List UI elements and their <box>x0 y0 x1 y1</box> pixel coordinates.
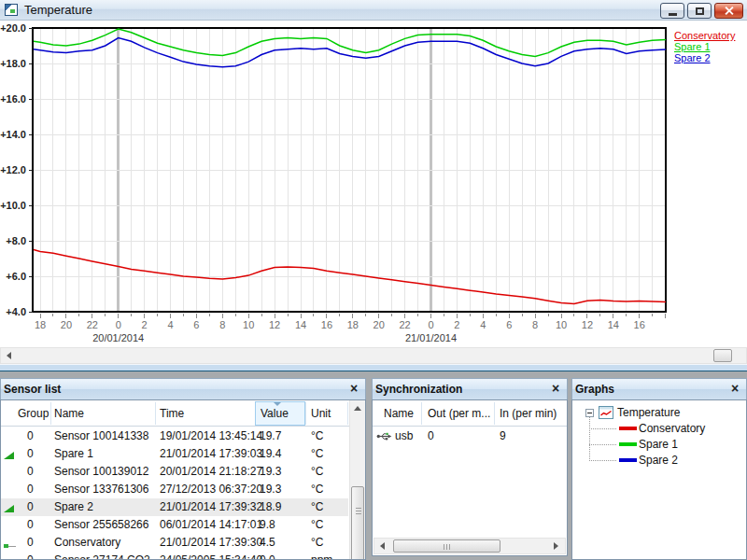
column-header-group[interactable]: Group <box>18 407 49 420</box>
scroll-left-button[interactable] <box>375 539 391 553</box>
legend-item-conservatory[interactable]: Conservatory <box>674 30 735 41</box>
arrow-up-icon <box>354 406 361 411</box>
signal-weak-icon <box>4 544 8 548</box>
tree-node-spare-1[interactable]: Spare 1 <box>572 437 746 453</box>
cell-time: 24/05/2005 15:34:40 <box>160 553 262 560</box>
series-color-swatch <box>619 427 637 430</box>
y-axis-label: +8.0 <box>6 235 26 246</box>
sync-out-cell: 0 <box>428 429 434 442</box>
sensor-row-sensor-100139012[interactable]: 0Sensor 10013901220/01/2014 21:18:2719.3… <box>1 463 348 481</box>
sensor-row-sensor-100141338[interactable]: 0Sensor 10014133819/01/2014 13:45:1419.7… <box>1 427 348 445</box>
x-axis-label: 14 <box>608 319 619 330</box>
cell-time: 06/01/2014 14:17:01 <box>160 518 262 531</box>
column-separator[interactable] <box>155 402 156 425</box>
close-button[interactable] <box>714 3 743 19</box>
cell-value: 19.3 <box>260 465 281 478</box>
cell-unit: °C <box>311 447 323 460</box>
sync-row-usb[interactable]: usb 0 9 <box>373 427 567 445</box>
chart-horizontal-scrollbar[interactable] <box>0 347 747 364</box>
sensor-row-spare-2[interactable]: 0Spare 221/01/2014 17:39:3218.9°C <box>1 498 348 516</box>
cell-group: 0 <box>27 500 34 513</box>
temperature-chart: +20.0+18.0+16.0+14.0+12.0+10.0+8.0+6.0+4… <box>0 21 747 347</box>
column-header-value[interactable]: Value <box>261 407 289 420</box>
x-axis-label: 12 <box>582 319 593 330</box>
x-axis-label: 2 <box>142 319 148 330</box>
graphs-header[interactable]: Graphs × <box>571 378 747 399</box>
sensor-scrollbar-thumb[interactable] <box>351 486 364 560</box>
sensor-row-spare-1[interactable]: 0Spare 121/01/2014 17:39:0319.4°C <box>1 445 348 463</box>
series-color-swatch <box>619 458 637 462</box>
scroll-left-button[interactable] <box>2 348 18 363</box>
sensor-row-conservatory[interactable]: 0Conservatory21/01/2014 17:39:304.5°C <box>1 534 348 552</box>
sensor-row-sensor-133761306[interactable]: 0Sensor 13376130627/12/2013 06:37:2019.3… <box>1 481 348 498</box>
column-separator[interactable] <box>494 402 495 425</box>
cell-group: 0 <box>27 483 34 496</box>
window-titlebar[interactable]: Temperature <box>0 0 747 21</box>
column-header-out[interactable]: Out (per m... <box>428 407 490 420</box>
tree-node-conservatory[interactable]: Conservatory <box>572 421 746 437</box>
sensor-list-close-icon[interactable]: × <box>347 381 360 396</box>
graphs-panel: Graphs × Temperature ConservatorySpare 1… <box>571 378 747 560</box>
column-header-time[interactable]: Time <box>160 407 184 420</box>
sync-scrollbar-thumb[interactable] <box>393 539 500 553</box>
sensor-row-sensor-27174-co2[interactable]: 0Sensor 27174 CO224/05/2005 15:34:400.0p… <box>1 552 348 560</box>
sensor-list-header[interactable]: Sensor list × <box>0 378 366 399</box>
tree-root-label[interactable]: Temperature <box>617 406 680 419</box>
scroll-up-button[interactable] <box>350 401 366 416</box>
cell-value: 0.0 <box>260 553 275 560</box>
window-title: Temperature <box>24 3 92 17</box>
tree-node-temperature[interactable]: Temperature <box>572 405 746 421</box>
tree-child-label[interactable]: Spare 2 <box>639 454 678 467</box>
maximize-icon <box>696 7 704 15</box>
sort-descending-icon <box>274 402 281 406</box>
sensor-list-body: Group Name Time Value Unit 0Sensor 10014… <box>0 399 366 560</box>
x-axis-label: 0 <box>428 319 433 330</box>
column-separator[interactable] <box>421 402 422 425</box>
sensor-list-vertical-scrollbar[interactable] <box>349 400 365 559</box>
horizontal-splitter[interactable] <box>0 364 747 371</box>
tree-child-label[interactable]: Spare 1 <box>639 438 678 451</box>
tree-node-spare-2[interactable]: Spare 2 <box>572 453 746 469</box>
series-color-swatch <box>619 442 637 446</box>
column-header-name[interactable]: Name <box>54 407 84 420</box>
cell-group: 0 <box>27 465 34 478</box>
synchronization-title: Synchronization <box>375 383 462 396</box>
x-axis-label: 8 <box>532 319 538 330</box>
scroll-right-button[interactable] <box>548 539 564 553</box>
cell-name: Sensor 255658266 <box>54 518 148 531</box>
tree-child-label[interactable]: Conservatory <box>639 422 705 435</box>
cell-group: 0 <box>27 518 34 531</box>
column-separator[interactable] <box>50 402 51 425</box>
x-axis-label: 6 <box>193 319 199 330</box>
column-separator[interactable] <box>347 402 348 425</box>
cell-time: 21/01/2014 17:39:30 <box>160 536 262 549</box>
cell-value: 19.4 <box>260 447 281 460</box>
y-axis-label: +10.0 <box>0 200 26 211</box>
graphs-close-icon[interactable]: × <box>728 381 741 396</box>
signal-strength-icon <box>4 452 14 459</box>
cell-name: Sensor 27174 CO2 <box>54 553 150 560</box>
column-header-in[interactable]: In (per min) <box>500 407 557 420</box>
synchronization-close-icon[interactable]: × <box>549 381 562 396</box>
column-separator[interactable] <box>305 402 306 425</box>
cell-unit: °C <box>311 518 323 531</box>
maximize-button[interactable] <box>687 3 712 19</box>
column-header-unit[interactable]: Unit <box>311 407 331 420</box>
sync-horizontal-scrollbar[interactable] <box>374 538 566 554</box>
legend-item-spare-2[interactable]: Spare 2 <box>674 52 735 63</box>
chart-scrollbar-thumb[interactable] <box>713 349 732 362</box>
column-header-sync-name[interactable]: Name <box>384 407 414 420</box>
legend-item-spare-1[interactable]: Spare 1 <box>674 41 735 52</box>
sensor-row-sensor-255658266[interactable]: 0Sensor 25565826606/01/2014 14:17:019.8°… <box>1 516 348 534</box>
minimize-button[interactable] <box>660 3 684 19</box>
sync-name-cell: usb <box>395 429 413 442</box>
x-axis-label: 6 <box>506 319 512 330</box>
cell-name: Sensor 100139012 <box>54 465 148 478</box>
cell-group: 0 <box>27 553 34 560</box>
tree-collapse-icon[interactable] <box>585 409 594 417</box>
y-axis-label: +4.0 <box>6 306 26 317</box>
cell-time: 19/01/2014 13:45:14 <box>160 429 262 442</box>
cell-unit: °C <box>311 465 323 478</box>
synchronization-header[interactable]: Synchronization × <box>372 378 568 399</box>
cell-name: Conservatory <box>54 536 120 549</box>
